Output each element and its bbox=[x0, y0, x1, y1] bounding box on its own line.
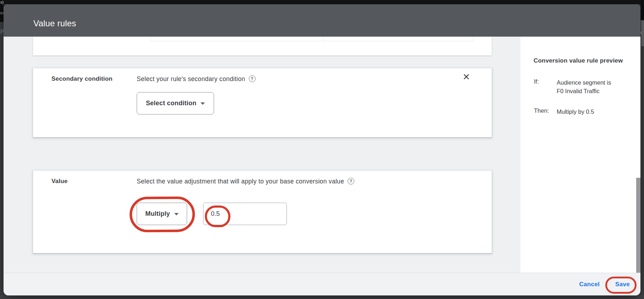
select-condition-dropdown[interactable]: Select condition bbox=[137, 92, 214, 114]
help-icon[interactable]: ? bbox=[249, 75, 256, 82]
background-right-strip bbox=[640, 0, 644, 20]
value-row-label: Value bbox=[51, 178, 67, 185]
dialog-title: Value rules bbox=[33, 18, 76, 28]
close-icon[interactable]: ✕ bbox=[463, 73, 470, 81]
scrolled-card-partial bbox=[33, 37, 492, 55]
preview-if-line1: Audience segment is bbox=[557, 79, 611, 86]
operation-dropdown[interactable]: Multiply bbox=[137, 203, 187, 225]
value-rules-dialog: Value rules Secondary condition Select y… bbox=[4, 4, 640, 295]
value-instruction-text: Select the value adjustment that will ap… bbox=[137, 178, 344, 185]
background-text-fragment: s) bbox=[0, 0, 4, 4]
value-adjustment-card: Value Select the value adjustment that w… bbox=[33, 171, 492, 253]
value-instruction: Select the value adjustment that will ap… bbox=[137, 178, 354, 185]
operation-dropdown-value: Multiply bbox=[145, 210, 170, 218]
secondary-condition-label: Secondary condition bbox=[51, 75, 113, 82]
rule-preview-title: Conversion value rule preview bbox=[534, 57, 623, 64]
rule-preview-panel: Conversion value rule preview If: Audien… bbox=[520, 37, 640, 273]
dialog-body: Secondary condition Select your rule's s… bbox=[4, 37, 640, 273]
chevron-down-icon bbox=[174, 213, 179, 215]
secondary-condition-instruction-text: Select your rule's secondary condition bbox=[137, 75, 245, 83]
scrollbar-thumb[interactable] bbox=[636, 178, 640, 273]
screen: s) as P ot Value rules Secondary conditi… bbox=[0, 0, 644, 299]
chevron-down-icon bbox=[201, 102, 205, 105]
secondary-condition-card: Secondary condition Select your rule's s… bbox=[33, 68, 492, 137]
preview-if-value: Audience segment is F0 Invalid Traffic bbox=[557, 78, 628, 95]
preview-if-line2: F0 Invalid Traffic bbox=[557, 88, 600, 94]
dialog-header: Value rules bbox=[4, 4, 640, 37]
dialog-footer: Cancel Save bbox=[4, 273, 640, 295]
value-input[interactable] bbox=[203, 203, 287, 225]
preview-then-label: Then: bbox=[534, 107, 549, 114]
table-fragment-divider bbox=[323, 37, 324, 41]
preview-then-value: Multiply by 0.5 bbox=[557, 107, 594, 116]
save-button[interactable]: Save bbox=[615, 281, 630, 288]
table-fragment bbox=[150, 37, 474, 41]
cancel-button[interactable]: Cancel bbox=[579, 281, 600, 288]
preview-if-label: If: bbox=[534, 78, 539, 85]
help-icon[interactable]: ? bbox=[348, 178, 354, 185]
background-top-band bbox=[0, 0, 644, 4]
secondary-condition-instruction: Select your rule's secondary condition ? bbox=[137, 75, 256, 83]
select-condition-dropdown-value: Select condition bbox=[146, 100, 196, 107]
